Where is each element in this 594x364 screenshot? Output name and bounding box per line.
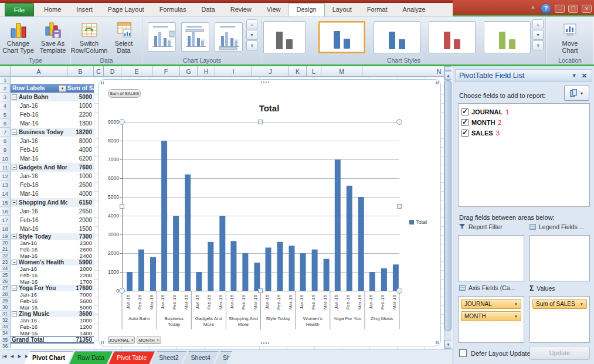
field-list-layout-button[interactable]: ▼ xyxy=(564,86,589,101)
bar-business-today-Jan-16[interactable] xyxy=(161,141,167,291)
pivot-value-cell[interactable]: 4000 xyxy=(67,145,94,154)
pivot-row-mar-16-27[interactable]: Mar-165000 xyxy=(11,304,94,311)
pivot-row-feb-16-10[interactable]: Feb-162600 xyxy=(11,181,94,189)
pivot-row-feb-16-18[interactable]: Feb-162600 xyxy=(11,246,94,253)
vertical-scroll-thumb[interactable] xyxy=(444,80,452,331)
layout-thumb-3[interactable] xyxy=(215,22,243,52)
pivot-row-mar-16-19[interactable]: Mar-162400 xyxy=(11,253,94,259)
pivot-label-cell[interactable]: Feb-16 xyxy=(11,246,67,253)
prev-sheet-icon[interactable]: ◀ xyxy=(9,352,15,361)
collapse-icon[interactable]: − xyxy=(12,165,17,170)
column-header-b[interactable]: B xyxy=(67,66,94,77)
pivot-value-cell[interactable]: 1700 xyxy=(67,278,94,285)
pivot-value-cell[interactable]: 1000 xyxy=(67,101,94,110)
bar-shopping-and-more-Mar-16[interactable] xyxy=(254,263,260,291)
pivot-row-business-today[interactable]: −Business Today18200 xyxy=(11,128,94,137)
bar-women-s-health-Jan-16[interactable] xyxy=(300,253,306,291)
pivot-row-jan-16-1[interactable]: Jan-161000 xyxy=(11,101,94,110)
column-header-f[interactable]: F xyxy=(152,66,180,77)
pivot-row-mar-16-3[interactable]: Mar-161800 xyxy=(11,119,94,128)
bar-yoga-for-you-Jan-16[interactable] xyxy=(335,159,341,291)
row-header-24[interactable]: 24 xyxy=(0,266,11,272)
row-header-1[interactable]: 1 xyxy=(0,77,11,84)
pivot-value-cell[interactable]: 7300 xyxy=(67,233,94,240)
collapse-icon[interactable]: − xyxy=(12,285,17,291)
selection-handle[interactable] xyxy=(119,119,125,125)
row-header-15[interactable]: 15 xyxy=(0,198,11,207)
row-header-19[interactable]: 19 xyxy=(0,233,11,240)
gallery-down-icon[interactable]: ▼ xyxy=(532,30,544,40)
row-header-6[interactable]: 6 xyxy=(0,119,11,128)
chart-grip-corner[interactable] xyxy=(101,81,104,84)
row-header-32[interactable]: 32 xyxy=(0,317,11,324)
pivot-row-feb-16-30[interactable]: Feb-161200 xyxy=(11,324,94,330)
pivot-value-cell[interactable]: 2400 xyxy=(67,253,94,259)
sum-of-sales-field-button[interactable]: Sum of SALES▼ xyxy=(532,299,587,309)
chart-grip-corner[interactable] xyxy=(436,81,439,84)
pivot-row-auto-bahn[interactable]: −Auto Bahn5000 xyxy=(11,93,94,101)
chart-plot-area[interactable]: Jan-16Feb-16Mar-16Jan-16Feb-16Mar-16Jan-… xyxy=(122,122,399,333)
layout-thumb-2[interactable] xyxy=(181,22,209,52)
tab-review[interactable]: Review xyxy=(223,3,259,16)
sheet-tab-pivot-chart[interactable]: Pivot Chart xyxy=(24,351,73,364)
pivot-label-cell[interactable]: −Women's Health xyxy=(11,259,67,266)
report-filter-area[interactable] xyxy=(458,235,524,281)
pivot-label-cell[interactable]: Mar-16 xyxy=(11,304,67,311)
row-header-26[interactable]: 26 xyxy=(0,278,11,285)
defer-layout-checkbox[interactable] xyxy=(459,349,467,357)
chart-grip-top[interactable] xyxy=(261,81,270,83)
collapse-icon[interactable]: − xyxy=(12,234,17,239)
row-header-31[interactable]: 31 xyxy=(0,311,11,317)
gallery-down-icon[interactable]: ▼ xyxy=(246,30,257,40)
split-box[interactable] xyxy=(444,66,452,71)
pivot-label-cell[interactable]: Jan-16 xyxy=(11,291,67,298)
pivot-label-cell[interactable]: Jan-16 xyxy=(11,137,67,145)
selection-handle[interactable] xyxy=(397,204,402,209)
column-header-n[interactable]: N xyxy=(362,66,444,77)
pivot-row-feb-16-14[interactable]: Feb-162000 xyxy=(11,216,94,224)
pivot-row-feb-16-26[interactable]: Feb-165600 xyxy=(11,298,94,304)
tab-analyze[interactable]: Analyze xyxy=(395,3,433,16)
row-header-8[interactable]: 8 xyxy=(0,137,11,145)
row-header-17[interactable]: 17 xyxy=(0,216,11,224)
pivot-label-cell[interactable]: Jan-16 xyxy=(11,172,67,181)
switch-row-column-button[interactable]: SwitchRow/Column xyxy=(73,19,106,55)
row-header-10[interactable]: 10 xyxy=(0,154,11,163)
journal-axis-field-button[interactable]: JOURNAL▼ xyxy=(108,336,135,344)
selection-handle[interactable] xyxy=(119,288,125,294)
row-header-21[interactable]: 21 xyxy=(0,246,11,253)
pivot-value-cell[interactable]: 2000 xyxy=(67,266,94,272)
bar-shopping-and-more-Jan-16[interactable] xyxy=(230,241,236,291)
pivot-row-grand-total[interactable]: Grand Total71350 xyxy=(11,336,94,343)
bar-yoga-for-you-Mar-16[interactable] xyxy=(358,197,364,291)
pivot-label-cell[interactable]: −Gadgets And More xyxy=(11,163,67,172)
row-header-3[interactable]: 3 xyxy=(0,93,11,101)
pivot-chart[interactable]: Sum of SALES Total 900080007000600050004… xyxy=(99,79,441,346)
sheet-tab-pivot-table[interactable]: Pivot Table xyxy=(108,351,155,364)
pivot-label-cell[interactable]: Feb-16 xyxy=(11,110,67,119)
vertical-scrollbar[interactable]: ▲ ▼ xyxy=(444,66,452,349)
minimize-ribbon-icon[interactable]: ^ xyxy=(529,5,537,13)
month-field-button[interactable]: MONTH▼ xyxy=(461,311,521,321)
pivot-row-jan-16-29[interactable]: Jan-161000 xyxy=(11,317,94,324)
pivot-value-cell[interactable]: 1000 xyxy=(67,317,94,324)
bar-gadgets-and-more-Feb-16[interactable] xyxy=(208,242,213,291)
pivot-row-yoga-for-you[interactable]: −Yoga For You17600 xyxy=(11,285,94,291)
pivot-value-cell[interactable]: 1400 xyxy=(67,330,94,336)
column-header-m[interactable]: M xyxy=(321,66,362,77)
row-header-11[interactable]: 11 xyxy=(0,163,11,172)
selection-handle[interactable] xyxy=(396,119,402,125)
column-header-c[interactable]: C xyxy=(94,66,104,77)
pivot-value-cell[interactable]: 1000 xyxy=(67,172,94,181)
panel-menu-icon[interactable]: ▼ xyxy=(568,73,581,79)
bar-style-today-Jan-16[interactable] xyxy=(266,247,271,291)
pivot-label-cell[interactable]: Mar-16 xyxy=(11,224,67,233)
field-checkbox-month[interactable] xyxy=(461,119,469,126)
row-header-5[interactable]: 5 xyxy=(0,110,11,119)
pivot-label-cell[interactable]: Grand Total xyxy=(11,337,67,342)
row-header-29[interactable]: 29 xyxy=(0,298,11,304)
pivot-value-cell[interactable]: 3600 xyxy=(67,311,94,317)
row-header-13[interactable]: 13 xyxy=(0,181,11,189)
pivot-row-style-today[interactable]: −Style Today7300 xyxy=(11,233,94,240)
pivot-row-feb-16-6[interactable]: Feb-164000 xyxy=(11,145,94,154)
